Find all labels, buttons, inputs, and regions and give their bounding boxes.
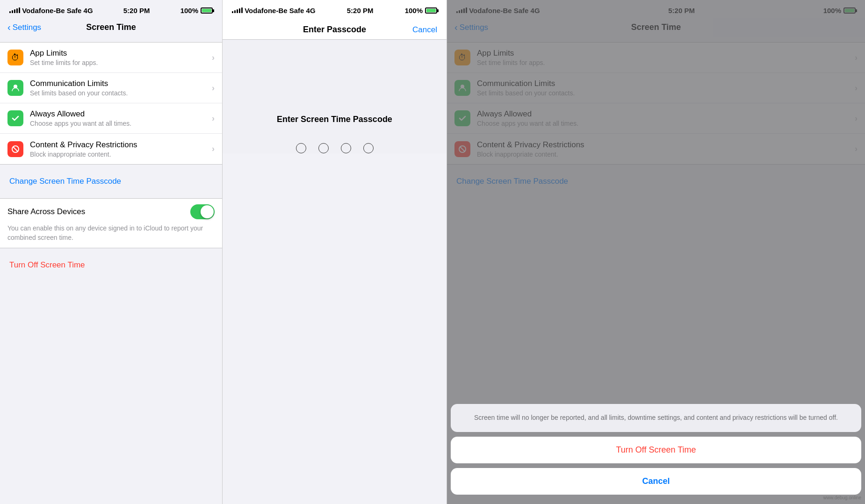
turn-off-screen-time-button[interactable]: Turn Off Screen Time — [451, 437, 861, 463]
action-sheet-overlay: Screen time will no longer be reported, … — [447, 0, 865, 504]
right-phone: Vodafone-Be Safe 4G 5:20 PM 100% ‹ Setti… — [447, 0, 865, 504]
middle-phone: Vodafone-Be Safe 4G 5:20 PM 100% Enter P… — [222, 0, 447, 504]
list-item[interactable]: ⏱ App Limits Set time limits for apps. › — [0, 43, 222, 73]
left-phone: Vodafone-Be Safe 4G 5:20 PM 100% ‹ Setti… — [0, 0, 222, 504]
chevron-right-icon: › — [212, 83, 215, 93]
battery-middle: 100% — [405, 7, 437, 14]
passcode-nav-title: Enter Passcode — [303, 25, 366, 35]
action-sheet-description: Screen time will no longer be reported, … — [474, 414, 838, 421]
passcode-dot-4 — [363, 143, 374, 153]
passcode-dot-2 — [318, 143, 329, 153]
turn-off-screen-time-left[interactable]: Turn Off Screen Time — [0, 253, 222, 277]
share-devices-toggle[interactable] — [190, 204, 215, 219]
passcode-body: Enter Screen Time Passcode — [223, 40, 447, 153]
app-limits-subtitle: Set time limits for apps. — [30, 59, 212, 66]
svg-line-2 — [13, 146, 18, 151]
action-sheet: Screen time will no longer be reported, … — [447, 404, 865, 504]
action-sheet-message: Screen time will no longer be reported, … — [451, 404, 861, 432]
always-allowed-subtitle: Choose apps you want at all times. — [30, 120, 212, 127]
carrier-left: Vodafone-Be Safe 4G — [9, 7, 93, 14]
passcode-dots-container — [296, 143, 374, 153]
always-allowed-icon — [7, 110, 23, 126]
change-passcode-link-left[interactable]: Change Screen Time Passcode — [0, 169, 222, 194]
back-button-left[interactable]: ‹ Settings — [7, 22, 54, 33]
passcode-prompt-text: Enter Screen Time Passcode — [277, 115, 392, 124]
always-allowed-title: Always Allowed — [30, 109, 212, 119]
list-item[interactable]: Communication Limits Set limits based on… — [0, 73, 222, 103]
app-limits-icon: ⏱ — [7, 50, 23, 65]
share-across-devices-section: Share Across Devices You can enable this… — [0, 198, 222, 248]
time-left: 5:20 PM — [123, 7, 150, 14]
list-item[interactable]: Always Allowed Choose apps you want at a… — [0, 103, 222, 134]
chevron-left-icon: ‹ — [7, 22, 11, 33]
settings-list-left: ⏱ App Limits Set time limits for apps. ›… — [0, 42, 222, 165]
battery-icon-middle — [425, 7, 437, 14]
app-limits-title: App Limits — [30, 49, 212, 58]
chevron-right-icon: › — [212, 53, 215, 63]
communication-limits-icon — [7, 80, 23, 96]
status-bar-left: Vodafone-Be Safe 4G 5:20 PM 100% — [0, 0, 222, 18]
passcode-cancel-button[interactable]: Cancel — [400, 25, 437, 35]
battery-icon-left — [201, 7, 213, 14]
status-bar-middle: Vodafone-Be Safe 4G 5:20 PM 100% — [223, 0, 447, 18]
content-privacy-icon — [7, 141, 23, 157]
chevron-right-icon: › — [212, 144, 215, 154]
passcode-dot-1 — [296, 143, 306, 153]
content-privacy-subtitle: Block inappropriate content. — [30, 151, 212, 158]
action-sheet-cancel-button[interactable]: Cancel — [451, 468, 861, 495]
communication-limits-subtitle: Set limits based on your contacts. — [30, 89, 212, 97]
time-middle: 5:20 PM — [347, 7, 374, 14]
list-item[interactable]: Content & Privacy Restrictions Block ina… — [0, 134, 222, 164]
signal-icon-middle — [232, 7, 243, 13]
chevron-right-icon: › — [212, 114, 215, 123]
passcode-nav-bar: Enter Passcode Cancel — [223, 18, 447, 40]
battery-left: 100% — [180, 7, 213, 14]
share-devices-description: You can enable this on any device signed… — [7, 224, 215, 242]
share-devices-label: Share Across Devices — [7, 207, 85, 216]
passcode-dot-3 — [341, 143, 351, 153]
carrier-middle: Vodafone-Be Safe 4G — [232, 7, 316, 14]
communication-limits-title: Communication Limits — [30, 79, 212, 88]
nav-bar-left: ‹ Settings Screen Time — [0, 18, 222, 37]
page-title-left: Screen Time — [54, 22, 168, 32]
content-privacy-title: Content & Privacy Restrictions — [30, 140, 212, 150]
signal-icon-left — [9, 7, 20, 13]
